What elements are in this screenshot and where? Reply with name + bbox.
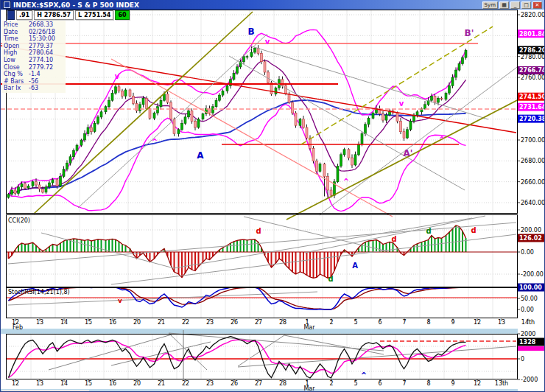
readout-row: Time15:30:00 xyxy=(4,35,64,43)
axis-tick-label: 0.00 xyxy=(521,249,534,256)
candle-body xyxy=(337,166,339,181)
readout-value: 2779.72 xyxy=(29,64,53,71)
x-axis-label: 5 xyxy=(354,319,357,326)
quote-icon xyxy=(7,10,15,20)
chart-canvas[interactable]: CCI(20) StochRSI(14,21(1),8) 2820.002800… xyxy=(1,0,545,392)
x-axis-label: 7 xyxy=(402,380,406,387)
candle-body xyxy=(164,94,166,101)
axis-badge-label: 2720.38 xyxy=(519,116,545,122)
candle-body xyxy=(197,119,200,127)
candle-body xyxy=(56,180,58,186)
readout-value: 2668.33 xyxy=(29,21,53,29)
scrollbar-thumb[interactable] xyxy=(2,390,89,391)
axis-tick-label: 0.00 xyxy=(521,307,534,313)
candle-body xyxy=(52,180,54,183)
candle-body xyxy=(312,148,314,161)
candle-body xyxy=(139,105,141,111)
chart-background[interactable] xyxy=(1,10,545,392)
candle-body xyxy=(7,195,10,197)
readout-value: -56 xyxy=(29,78,38,85)
candle-body xyxy=(382,114,384,121)
x-axis-label: 26 xyxy=(231,319,238,326)
candle-body xyxy=(129,90,131,97)
candle-body xyxy=(264,62,266,72)
cci-annotation: d xyxy=(328,275,333,283)
candle-body xyxy=(173,119,175,134)
readout-label: Chg % xyxy=(4,71,29,78)
candle-body xyxy=(38,185,41,189)
candle-body xyxy=(343,150,345,155)
candle-body xyxy=(385,115,387,120)
candle-body xyxy=(76,145,78,150)
cci-annotation: d xyxy=(256,227,261,235)
x-axis-label: 23 xyxy=(206,319,214,326)
maximize-button[interactable]: □ xyxy=(521,1,531,9)
title-bar[interactable]: INDEX:$SPX,60 - S & P 500 INDEX Sym ▦ _ … xyxy=(1,0,544,10)
x-axis-label: 8 xyxy=(426,319,430,326)
candle-body xyxy=(73,150,75,157)
candle-body xyxy=(60,177,62,186)
readout-row: Price2668.33 xyxy=(4,21,64,29)
readout-row: Chg %-1.4 xyxy=(4,71,64,78)
candle-body xyxy=(212,107,214,113)
axis-tick-label: 2700.00 xyxy=(521,137,545,144)
axis-tick-label: 2660.00 xyxy=(521,179,545,186)
candle-body xyxy=(358,144,360,155)
cci-annotation: d xyxy=(426,227,431,235)
chart-window: CCI(20) StochRSI(14,21(1),8) 2820.002800… xyxy=(0,0,545,392)
candle-body xyxy=(97,117,99,124)
candle-body xyxy=(184,117,186,124)
candle-body xyxy=(250,52,253,57)
titlebar-buttons: Sym ▦ _ □ ✕ xyxy=(482,1,542,9)
candle-body xyxy=(409,122,412,130)
readout-value: 2774.10 xyxy=(29,57,53,64)
candle-body xyxy=(372,113,374,118)
x-axis-label: 12 xyxy=(474,319,481,326)
wave-annotation: v xyxy=(115,72,120,80)
axis-tick-label: -2000 xyxy=(521,377,538,383)
wave-annotation: ^ xyxy=(439,136,445,144)
candle-body xyxy=(157,107,159,113)
readout-label: Close xyxy=(4,64,29,71)
readout-row: Open2779.37 xyxy=(4,43,64,50)
candle-body xyxy=(340,155,342,167)
candle-body xyxy=(233,73,235,80)
x-axis-label: 20 xyxy=(133,319,141,326)
candle-body xyxy=(222,91,224,95)
x-axis-label: 6 xyxy=(378,380,382,387)
x-axis-label: 27 xyxy=(255,319,262,326)
stoch-annotation: v xyxy=(118,297,122,304)
candle-body xyxy=(160,100,162,107)
wave-annotation: ^ xyxy=(343,178,349,186)
candle-body xyxy=(122,91,124,96)
cci-annotation: d xyxy=(471,226,476,234)
readout-label: Price xyxy=(4,21,29,29)
sym-button[interactable]: Sym xyxy=(482,1,498,9)
candle-body xyxy=(451,77,454,85)
candle-body xyxy=(115,87,117,94)
candle-body xyxy=(191,111,193,121)
x-axis-label: 20 xyxy=(133,380,141,387)
candle-body xyxy=(465,50,467,57)
readout-value: -1.4 xyxy=(29,71,41,78)
x-axis-label: 28 xyxy=(279,380,286,387)
x-axis-label: 22 xyxy=(182,319,189,326)
close-button[interactable]: ✕ xyxy=(532,1,542,9)
x-axis-label: 2 xyxy=(329,380,333,387)
readout-label: Low xyxy=(4,57,29,64)
quote-strip: .91 H 2786.57 L 2751.54 60 xyxy=(7,10,130,20)
candle-body xyxy=(236,67,239,74)
stochrsi-panel-label: StochRSI(14,21(1),8) xyxy=(8,289,70,295)
minimize-button[interactable]: _ xyxy=(510,1,520,9)
candle-body xyxy=(243,57,245,62)
candle-body xyxy=(153,113,155,118)
x-axis-label: 13 xyxy=(36,380,43,387)
candle-body xyxy=(246,57,248,57)
x-axis-label: 15 xyxy=(85,319,92,326)
data-readout-panel: Price2668.33 Date02/26/18 Time15:30:00 O… xyxy=(2,21,66,93)
candle-body xyxy=(449,85,451,93)
axis-badge-label: 2741.50 xyxy=(519,94,545,100)
axis-tick-label: 2000 xyxy=(521,331,535,337)
axis-tick-label: 2760.00 xyxy=(521,74,545,81)
grid-tool-button[interactable]: ▦ xyxy=(499,1,509,9)
